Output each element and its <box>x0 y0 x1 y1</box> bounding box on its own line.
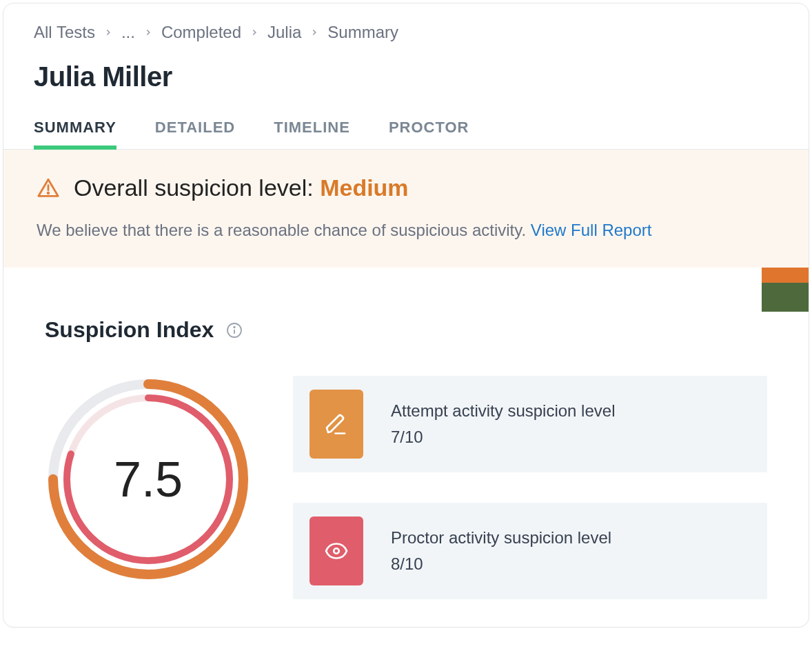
metric-score: 8/10 <box>391 554 611 574</box>
info-icon[interactable] <box>226 322 243 339</box>
breadcrumb-item[interactable]: Julia <box>267 23 301 42</box>
chevron-right-icon <box>143 28 153 37</box>
svg-point-10 <box>334 548 339 554</box>
metric-label: Proctor activity suspicion level <box>391 528 611 548</box>
side-accent-green <box>762 283 809 312</box>
tab-detailed[interactable]: DETAILED <box>155 112 235 149</box>
banner-level: Medium <box>320 174 408 201</box>
breadcrumb-item[interactable]: Summary <box>327 23 398 42</box>
tabs: SUMMARY DETAILED TIMELINE PROCTOR <box>3 112 809 150</box>
breadcrumb-item[interactable]: ... <box>121 23 135 42</box>
metric-score: 7/10 <box>391 428 615 447</box>
breadcrumb: All Tests ... Completed Julia Summary <box>3 3 809 48</box>
banner-description: We believe that there is a reasonable ch… <box>37 221 531 239</box>
eye-icon <box>309 516 363 585</box>
warning-icon <box>37 177 60 200</box>
chevron-right-icon <box>309 28 319 37</box>
pencil-icon <box>309 390 363 459</box>
section-title: Suspicion Index <box>45 317 214 343</box>
tab-timeline[interactable]: TIMELINE <box>274 112 350 149</box>
chevron-right-icon <box>103 28 113 37</box>
breadcrumb-item[interactable]: Completed <box>161 23 241 42</box>
svg-point-4 <box>234 326 236 328</box>
banner-title-prefix: Overall suspicion level: <box>74 174 320 201</box>
breadcrumb-item[interactable]: All Tests <box>34 23 95 42</box>
metric-proctor-activity: Proctor activity suspicion level 8/10 <box>293 503 767 599</box>
tab-summary[interactable]: SUMMARY <box>34 112 116 149</box>
banner-title: Overall suspicion level: Medium <box>74 174 409 201</box>
suspicion-banner: Overall suspicion level: Medium We belie… <box>3 150 809 268</box>
page-title: Julia Miller <box>3 48 809 112</box>
view-full-report-link[interactable]: View Full Report <box>531 221 652 239</box>
svg-point-1 <box>48 192 49 194</box>
metric-label: Attempt activity suspicion level <box>391 401 615 421</box>
gauge-value: 7.5 <box>114 451 183 508</box>
chevron-right-icon <box>250 28 259 37</box>
metric-attempt-activity: Attempt activity suspicion level 7/10 <box>293 376 767 472</box>
suspicion-gauge: 7.5 <box>45 376 252 583</box>
tab-proctor[interactable]: PROCTOR <box>389 112 469 149</box>
